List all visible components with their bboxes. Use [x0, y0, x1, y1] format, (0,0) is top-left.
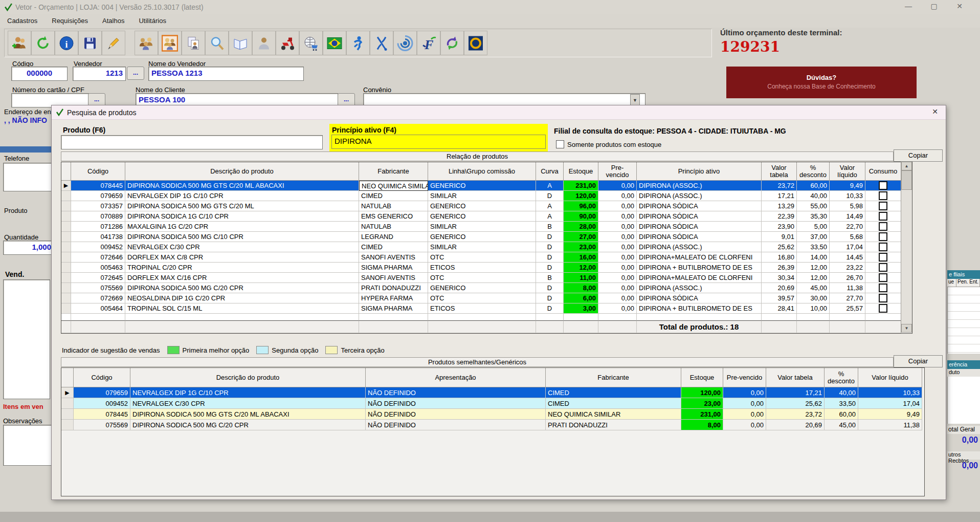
product-row[interactable]: 072646DORFLEX MAX C/8 CPRSANOFI AVENTISO…	[61, 252, 912, 263]
consumo-checkbox[interactable]	[879, 284, 887, 292]
cell: 17,21	[762, 191, 797, 201]
consumo-checkbox[interactable]	[879, 212, 887, 221]
chromosome-icon[interactable]	[370, 31, 393, 55]
copiar-relacao-button[interactable]: Copiar	[894, 149, 943, 162]
delivery-icon[interactable]	[276, 31, 299, 55]
product-row[interactable]: 075569DIPIRONA SODICA 500 MG C/20 CPRPRA…	[61, 283, 912, 293]
brazil-flag-icon[interactable]	[323, 31, 346, 55]
product-row[interactable]: ▶078445DIPIRONA SODICA 500 MG GTS C/20 M…	[61, 181, 912, 191]
cell	[637, 314, 762, 320]
observacoes-textarea[interactable]	[3, 425, 55, 466]
products-table-scrollbar[interactable]: ▲ ▼	[901, 162, 912, 333]
consumo-checkbox[interactable]	[879, 181, 887, 190]
cell: DIPIRONA SODICA 500 MG GTS C/20 ML	[125, 201, 359, 211]
principio-ativo-input[interactable]: DIPIRONA	[331, 135, 546, 149]
cell: DIPIRONA SÓDICA	[637, 222, 762, 232]
maximize-button[interactable]: ▢	[924, 2, 944, 12]
cartao-label: Número do cartão / CPF	[12, 86, 84, 94]
consumo-checkbox[interactable]	[879, 202, 887, 210]
quantidade-input[interactable]: 1,000	[3, 241, 54, 255]
consumo-checkbox[interactable]	[879, 273, 887, 282]
cell: 23,00	[681, 398, 723, 409]
product-row[interactable]: 079659NEVRALGEX DIP 1G C/10 CPRCIMEDSIMI…	[61, 191, 912, 201]
cell: 23,72	[766, 409, 825, 420]
produto-f6-input[interactable]	[61, 135, 323, 149]
refresh-icon[interactable]	[31, 31, 55, 55]
row-indicator	[61, 242, 71, 252]
product-row[interactable]: 009452NEVRALGEX C/30 CPRCIMEDSIMILARD23,…	[61, 242, 912, 252]
menu-item-utilitarios[interactable]: Utilitários	[131, 14, 173, 25]
window-title: Vetor - Orçamento | LOJA: 004 | Versão 2…	[15, 3, 204, 11]
sync-icon[interactable]	[440, 31, 464, 55]
save-icon[interactable]	[78, 31, 102, 55]
cell: NÃO DEFINIDO	[366, 409, 546, 420]
similar-row[interactable]: ▶079659NEVRALGEX DIP 1G C/10 CPRNÃO DEFI…	[61, 387, 924, 398]
knowledge-base-banner[interactable]: Dúvidas? Conheça nossa Base de Conhecime…	[726, 67, 917, 98]
group-frame-icon[interactable]	[158, 31, 182, 55]
f-logo-icon[interactable]: F	[417, 31, 440, 55]
knowledge-base-subtitle: Conheça nossa Base de Conhecimento	[726, 83, 917, 90]
runner-icon[interactable]	[346, 31, 370, 55]
menu-item-cadastros[interactable]: Cadastros	[0, 14, 44, 25]
somente-estoque-checkbox[interactable]	[556, 140, 564, 148]
scrollbar-down-icon[interactable]: ▼	[901, 324, 912, 333]
scrollbar-thumb[interactable]	[901, 170, 912, 190]
minimize-button[interactable]: —	[898, 2, 919, 12]
consumo-checkbox[interactable]	[879, 294, 887, 302]
codigo-input[interactable]: 000000	[11, 67, 68, 81]
legend-item-label: Primeira melhor opção	[183, 346, 250, 354]
consumo-checkbox[interactable]	[879, 253, 887, 262]
vendedor-input[interactable]: 1213	[73, 67, 126, 81]
menu-item-requisicoes[interactable]: Requisições	[44, 14, 95, 25]
cell: NATULAB	[359, 201, 428, 211]
search-icon[interactable]	[205, 31, 229, 55]
menu-item-atalhos[interactable]: Atalhos	[95, 14, 131, 25]
consumo-checkbox[interactable]	[879, 304, 887, 313]
consumo-checkbox[interactable]	[879, 222, 887, 231]
consumo-checkbox[interactable]	[879, 243, 887, 251]
similar-row[interactable]: 078445DIPIRONA SODICA 500 MG GTS C/20 ML…	[61, 409, 924, 420]
cell: NÃO DEFINIDO	[366, 420, 546, 430]
cell: 9,49	[830, 181, 865, 191]
legend-label: Indicador de sugestão de vendas	[62, 346, 160, 354]
consumo-checkbox[interactable]	[879, 232, 887, 241]
web-cart-icon[interactable]	[299, 31, 323, 55]
similar-row[interactable]: 009452NEVRALGEX C/30 CPRNÃO DEFINIDOCIME…	[61, 398, 924, 409]
dialog-close-icon[interactable]: ✕	[929, 107, 941, 118]
cell: D	[536, 293, 564, 303]
vendedor-lookup-button[interactable]: ...	[127, 67, 144, 80]
product-row[interactable]: 072669NEOSALDINA DIP 1G C/20 CPRHYPERA F…	[61, 293, 912, 303]
info-icon[interactable]: i	[55, 31, 78, 55]
group-icon[interactable]	[135, 31, 158, 55]
dialog-titlebar[interactable]: Pesquisa de produtos ✕	[52, 105, 946, 120]
product-row[interactable]: 070889DIPIRONA SODICA 1G C/10 CPREMS GEN…	[61, 211, 912, 222]
vendas-list[interactable]	[3, 279, 50, 399]
product-row[interactable]: 071286MAXALGINA 1G C/20 CPRNATULABSIMILA…	[61, 222, 912, 232]
scrollbar-up-icon[interactable]: ▲	[901, 162, 912, 170]
clients-icon[interactable]	[8, 31, 31, 55]
cell	[762, 320, 797, 333]
product-row[interactable]: 073357DIPIRONA SODICA 500 MG GTS C/20 ML…	[61, 201, 912, 211]
cell: 231,00	[564, 181, 598, 191]
close-button[interactable]: ✕	[949, 2, 970, 12]
spiral-icon[interactable]	[393, 31, 417, 55]
consumo-checkbox[interactable]	[879, 191, 887, 200]
product-row[interactable]: 041738DIPIRONA SODICA 500 MG C/10 CPRLEG…	[61, 232, 912, 242]
ring-icon[interactable]	[464, 31, 487, 55]
consumo-checkbox[interactable]	[879, 263, 887, 272]
catalog-icon[interactable]	[229, 31, 252, 55]
product-row[interactable]: 072645DORFLEX MAX C/16 CPRSANOFI AVENTIS…	[61, 273, 912, 283]
similar-row[interactable]: 075569DIPIRONA SODICA 500 MG C/20 CPRNÃO…	[61, 420, 924, 430]
nome-vendedor-input[interactable]: PESSOA 1213	[148, 67, 304, 81]
cell	[564, 314, 598, 320]
person-icon[interactable]	[252, 31, 276, 55]
copy-doc-icon[interactable]	[182, 31, 205, 55]
consumo-cell	[865, 273, 901, 283]
row-indicator	[61, 232, 71, 242]
product-row[interactable]: 005464TROPINAL SOL C/15 MLSIGMA PHARMAET…	[61, 303, 912, 314]
product-row[interactable]: 005463TROPINAL C/20 CPRSIGMA PHARMAETICO…	[61, 263, 912, 273]
telefone-box[interactable]	[3, 163, 55, 191]
cell	[359, 314, 428, 320]
edit-icon[interactable]	[102, 31, 125, 55]
copiar-semelhantes-button[interactable]: Copiar	[894, 355, 943, 367]
